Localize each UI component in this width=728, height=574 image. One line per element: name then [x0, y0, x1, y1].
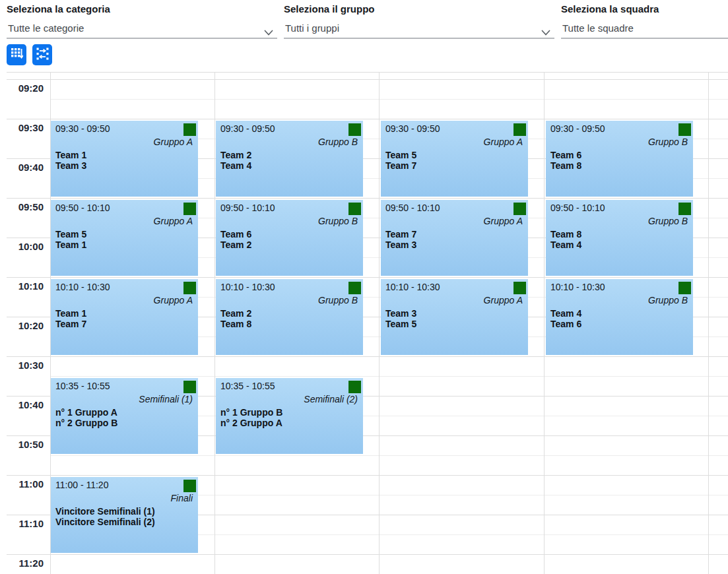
grid-line [7, 198, 728, 199]
event-stage-label: Gruppo B [648, 295, 688, 305]
event-team: Team 7 [385, 160, 416, 171]
match-event[interactable]: 09:30 - 09:50Gruppo ATeam 1Team 3 [51, 121, 198, 197]
team-select[interactable]: Tutte le squadre [561, 19, 728, 39]
event-team: Team 8 [220, 319, 251, 329]
match-event[interactable]: 10:35 - 10:55Semifinali (1)n° 1 Gruppo A… [51, 378, 198, 454]
event-team: Team 4 [220, 160, 251, 171]
event-team: Team 3 [385, 239, 416, 250]
event-status-square-icon [183, 123, 196, 136]
swap-matches-button[interactable] [32, 44, 52, 65]
team-filter-label: Seleziona la squadra [561, 3, 728, 15]
time-slot-label: 10:20 [0, 320, 44, 331]
event-stage-label: Gruppo A [154, 216, 193, 226]
event-teams: n° 1 Gruppo An° 2 Gruppo B [55, 407, 117, 428]
event-team: Team 6 [550, 319, 581, 329]
event-team: Team 6 [550, 150, 581, 160]
grid-line [7, 277, 728, 278]
category-select[interactable]: Tutte le categorie [7, 19, 277, 39]
event-team: n° 2 Gruppo A [220, 418, 282, 428]
event-team: Team 4 [550, 239, 581, 250]
event-status-square-icon [678, 203, 691, 215]
match-event[interactable]: 09:50 - 10:10Gruppo ATeam 5Team 1 [51, 200, 198, 276]
event-stage-label: Gruppo A [484, 216, 523, 226]
event-team: Team 8 [550, 229, 581, 239]
schedule-calendar: 09:2009:3009:4009:5010:0010:1010:2010:30… [0, 71, 728, 574]
match-event[interactable]: 10:10 - 10:30Gruppo BTeam 2Team 8 [216, 279, 363, 355]
match-event[interactable]: 10:10 - 10:30Gruppo BTeam 4Team 6 [546, 279, 693, 355]
event-status-square-icon [678, 123, 691, 136]
grid-line [379, 72, 380, 574]
team-filter: Seleziona la squadra Tutte le squadre [561, 3, 728, 39]
event-team: Team 1 [55, 308, 86, 319]
event-team: n° 1 Gruppo A [55, 407, 117, 418]
event-stage-label: Semifinali (1) [139, 394, 193, 404]
time-slot-label: 10:40 [0, 399, 44, 410]
event-team: Team 4 [550, 308, 581, 319]
category-filter-label: Seleziona la categoria [7, 3, 277, 15]
grid-line [544, 72, 545, 574]
event-team: Team 8 [550, 160, 581, 171]
event-stage-label: Gruppo B [318, 216, 358, 226]
event-stage-label: Gruppo B [318, 137, 358, 147]
event-time-range: 10:10 - 10:30 [550, 282, 605, 292]
event-time-range: 09:50 - 10:10 [550, 203, 605, 213]
match-event[interactable]: 09:50 - 10:10Gruppo BTeam 6Team 2 [216, 200, 363, 276]
event-stage-label: Semifinali (2) [304, 394, 358, 404]
event-status-square-icon [513, 123, 526, 136]
event-team: Team 6 [220, 229, 251, 239]
chevron-down-icon [264, 26, 273, 38]
group-select-value: Tutti i gruppi [285, 22, 339, 34]
event-time-range: 09:30 - 09:50 [220, 123, 275, 134]
event-teams: Team 1Team 3 [55, 150, 86, 171]
group-select[interactable]: Tutti i gruppi [284, 19, 554, 39]
event-teams: Team 1Team 7 [55, 308, 86, 329]
grid-line [50, 455, 728, 456]
match-event[interactable]: 09:30 - 09:50Gruppo ATeam 5Team 7 [381, 121, 528, 197]
calendar-grid-button[interactable] [7, 44, 26, 65]
event-team: Team 3 [385, 308, 416, 319]
match-event[interactable]: 10:35 - 10:55Semifinali (2)n° 1 Gruppo B… [216, 378, 363, 454]
match-event[interactable]: 09:50 - 10:10Gruppo BTeam 8Team 4 [546, 200, 693, 276]
event-time-range: 09:50 - 10:10 [220, 203, 275, 213]
event-status-square-icon [183, 282, 196, 294]
event-team: Vincitore Semifinali (2) [55, 517, 155, 527]
time-slot-label: 10:30 [0, 360, 44, 371]
event-time-range: 09:30 - 09:50 [550, 123, 605, 134]
match-event[interactable]: 09:30 - 09:50Gruppo BTeam 6Team 8 [546, 121, 693, 197]
event-team: n° 1 Gruppo B [220, 407, 282, 418]
event-teams: n° 1 Gruppo Bn° 2 Gruppo A [220, 407, 282, 428]
group-filter-label: Seleziona il gruppo [284, 3, 554, 15]
time-slot-label: 09:40 [0, 162, 44, 173]
match-event[interactable]: 09:50 - 10:10Gruppo ATeam 7Team 3 [381, 200, 528, 276]
event-team: Team 5 [385, 150, 416, 160]
event-time-range: 09:50 - 10:10 [55, 203, 110, 213]
match-event[interactable]: 09:30 - 09:50Gruppo BTeam 2Team 4 [216, 121, 363, 197]
match-event[interactable]: 11:00 - 11:20FinaliVincitore Semifinali … [51, 477, 198, 553]
time-slot-label: 09:30 [0, 122, 44, 133]
time-slot-label: 10:00 [0, 241, 44, 252]
event-team: Team 2 [220, 239, 251, 250]
event-time-range: 10:10 - 10:30 [55, 282, 110, 292]
event-teams: Team 7Team 3 [385, 229, 416, 250]
event-status-square-icon [183, 203, 196, 215]
event-team: Team 7 [55, 319, 86, 329]
event-teams: Team 6Team 8 [550, 150, 581, 171]
event-teams: Team 2Team 4 [220, 150, 251, 171]
event-team: Team 2 [220, 150, 251, 160]
grid-line [7, 554, 728, 555]
time-slot-label: 09:50 [0, 201, 44, 212]
event-teams: Team 3Team 5 [385, 308, 416, 329]
event-status-square-icon [348, 381, 361, 393]
event-team: Team 1 [55, 150, 86, 160]
event-stage-label: Gruppo A [154, 137, 193, 147]
time-slot-label: 11:00 [0, 478, 44, 490]
event-team: Vincitore Semifinali (1) [55, 506, 155, 517]
event-team: Team 3 [55, 160, 86, 171]
match-event[interactable]: 10:10 - 10:30Gruppo ATeam 3Team 5 [381, 279, 528, 355]
event-time-range: 10:35 - 10:55 [55, 381, 110, 391]
event-time-range: 10:10 - 10:30 [385, 282, 440, 292]
grid-line [50, 99, 728, 100]
match-event[interactable]: 10:10 - 10:30Gruppo ATeam 1Team 7 [51, 279, 198, 355]
event-status-square-icon [348, 203, 361, 215]
chevron-down-icon [541, 26, 550, 38]
